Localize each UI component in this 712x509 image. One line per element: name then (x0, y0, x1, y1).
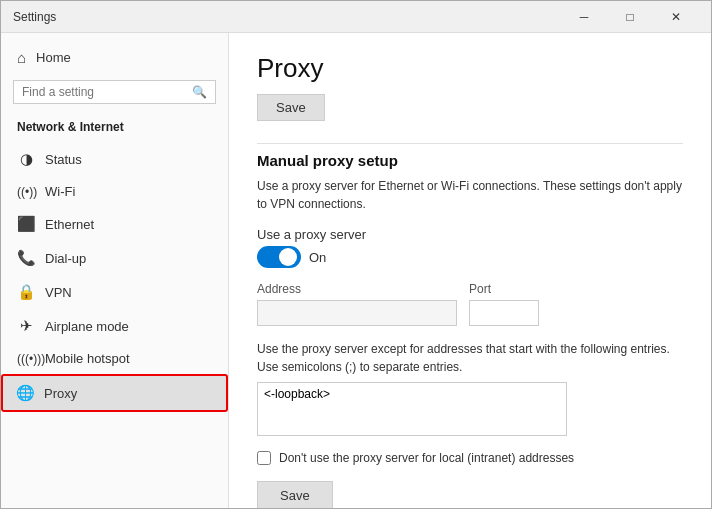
close-button[interactable]: ✕ (653, 1, 699, 33)
port-input[interactable] (469, 300, 539, 326)
status-icon: ◑ (17, 150, 35, 168)
sidebar-item-wifi[interactable]: ((•)) Wi-Fi (1, 176, 228, 207)
settings-window: Settings ─ □ ✕ ⌂ Home 🔍 Network & Intern… (0, 0, 712, 509)
window-controls: ─ □ ✕ (561, 1, 699, 33)
sidebar-section-title: Network & Internet (1, 114, 228, 142)
divider (257, 143, 683, 144)
page-title: Proxy (257, 53, 683, 84)
checkbox-label: Don't use the proxy server for local (in… (279, 451, 574, 465)
local-checkbox[interactable] (257, 451, 271, 465)
sidebar-item-airplane[interactable]: ✈ Airplane mode (1, 309, 228, 343)
search-icon: 🔍 (192, 85, 207, 99)
window-title: Settings (13, 10, 561, 24)
toggle-row: On (257, 246, 683, 268)
port-label: Port (469, 282, 539, 296)
maximize-button[interactable]: □ (607, 1, 653, 33)
sidebar: ⌂ Home 🔍 Network & Internet ◑ Status ((•… (1, 33, 229, 508)
ethernet-icon: ⬛ (17, 215, 35, 233)
home-icon: ⌂ (17, 49, 26, 66)
sidebar-item-ethernet[interactable]: ⬛ Ethernet (1, 207, 228, 241)
sidebar-item-label: VPN (45, 285, 72, 300)
sidebar-item-label: Wi-Fi (45, 184, 75, 199)
proxy-icon: 🌐 (16, 384, 34, 402)
sidebar-item-label: Dial-up (45, 251, 86, 266)
proxy-toggle[interactable] (257, 246, 301, 268)
sidebar-item-home[interactable]: ⌂ Home (1, 41, 228, 74)
titlebar: Settings ─ □ ✕ (1, 1, 711, 33)
address-input[interactable] (257, 300, 457, 326)
sidebar-item-proxy[interactable]: 🌐 Proxy (1, 374, 228, 412)
airplane-icon: ✈ (17, 317, 35, 335)
sidebar-item-vpn[interactable]: 🔒 VPN (1, 275, 228, 309)
port-field-group: Port (469, 282, 539, 326)
sidebar-item-label: Airplane mode (45, 319, 129, 334)
save-top-button[interactable]: Save (257, 94, 325, 121)
sidebar-item-label: Status (45, 152, 82, 167)
sidebar-item-label: Mobile hotspot (45, 351, 130, 366)
exceptions-textarea[interactable]: <-loopback> (257, 382, 567, 436)
section-title: Manual proxy setup (257, 152, 683, 169)
search-input[interactable] (22, 85, 192, 99)
toggle-state-label: On (309, 250, 326, 265)
checkbox-row: Don't use the proxy server for local (in… (257, 451, 683, 465)
sidebar-item-label: Proxy (44, 386, 77, 401)
content-area: ⌂ Home 🔍 Network & Internet ◑ Status ((•… (1, 33, 711, 508)
sidebar-item-label: Ethernet (45, 217, 94, 232)
vpn-icon: 🔒 (17, 283, 35, 301)
wifi-icon: ((•)) (17, 185, 35, 199)
address-port-row: Address Port (257, 282, 683, 326)
address-label: Address (257, 282, 457, 296)
sidebar-item-hotspot[interactable]: (((•))) Mobile hotspot (1, 343, 228, 374)
home-label: Home (36, 50, 71, 65)
use-proxy-label: Use a proxy server (257, 227, 683, 242)
exceptions-description: Use the proxy server except for addresse… (257, 340, 683, 376)
sidebar-item-status[interactable]: ◑ Status (1, 142, 228, 176)
minimize-button[interactable]: ─ (561, 1, 607, 33)
save-button[interactable]: Save (257, 481, 333, 508)
sidebar-item-dialup[interactable]: 📞 Dial-up (1, 241, 228, 275)
description-text: Use a proxy server for Ethernet or Wi-Fi… (257, 177, 683, 213)
address-field-group: Address (257, 282, 457, 326)
toggle-switch[interactable]: On (257, 246, 326, 268)
search-box[interactable]: 🔍 (13, 80, 216, 104)
main-panel: Proxy Save Manual proxy setup Use a prox… (229, 33, 711, 508)
dialup-icon: 📞 (17, 249, 35, 267)
hotspot-icon: (((•))) (17, 352, 35, 366)
